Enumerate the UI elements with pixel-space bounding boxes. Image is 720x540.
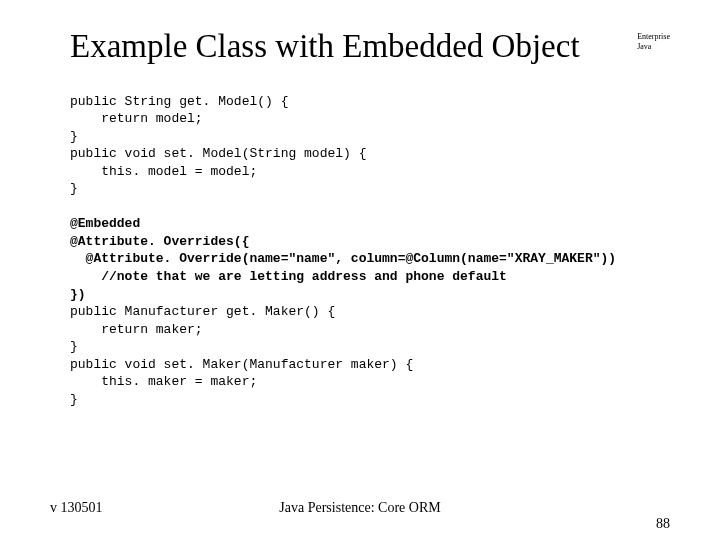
code-line: @Attribute. Overrides({ — [70, 234, 249, 249]
title-row: Example Class with Embedded Object Enter… — [70, 28, 670, 65]
code-block: public String get. Model() { return mode… — [70, 75, 670, 408]
slide-title: Example Class with Embedded Object — [70, 28, 670, 65]
corner-line2: Java — [637, 42, 670, 52]
slide: Example Class with Embedded Object Enter… — [0, 0, 720, 540]
code-line: public String get. Model() { — [70, 94, 288, 109]
code-line: @Embedded — [70, 216, 140, 231]
code-line: return model; — [70, 111, 203, 126]
code-line: return maker; — [70, 322, 203, 337]
code-line: } — [70, 392, 78, 407]
code-line: } — [70, 181, 78, 196]
code-line: //note that we are letting address and p… — [70, 269, 507, 284]
footer-version: v 130501 — [50, 500, 103, 516]
code-line: }) — [70, 287, 86, 302]
code-line: public void set. Maker(Manufacturer make… — [70, 357, 413, 372]
footer: v 130501 Java Persistence: Core ORM 88 — [0, 500, 720, 516]
code-line: this. maker = maker; — [70, 374, 257, 389]
corner-line1: Enterprise — [637, 32, 670, 42]
code-line: public void set. Model(String model) { — [70, 146, 366, 161]
corner-text: Enterprise Java — [637, 32, 670, 51]
footer-center: Java Persistence: Core ORM — [50, 500, 670, 516]
code-line: public Manufacturer get. Maker() { — [70, 304, 335, 319]
code-line: } — [70, 129, 78, 144]
footer-page: 88 — [656, 516, 670, 532]
code-line: this. model = model; — [70, 164, 257, 179]
code-line: @Attribute. Override(name="name", column… — [70, 251, 616, 266]
code-line: } — [70, 339, 78, 354]
